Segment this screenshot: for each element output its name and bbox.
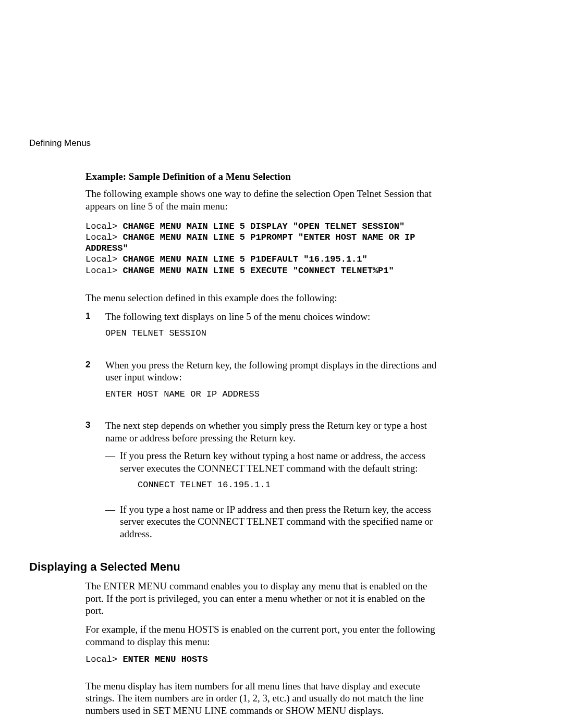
code-block: Local> CHANGE MENU MAIN LINE 5 DISPLAY "… [85, 221, 445, 276]
step-number: 1 [85, 311, 105, 353]
paragraph: For example, if the menu HOSTS is enable… [85, 623, 445, 648]
paragraph: The ENTER MENU command enables you to di… [85, 580, 445, 617]
list-item: — If you type a host name or IP address … [105, 503, 445, 540]
cmd-line-3: CHANGE MENU MAIN LINE 5 P1DEFAULT "16.19… [123, 254, 367, 264]
prompt: Local> [85, 232, 117, 242]
cmd-line-1: CHANGE MENU MAIN LINE 5 DISPLAY "OPEN TE… [123, 221, 405, 231]
running-header: Defining Menus [29, 138, 445, 149]
bullet-icon: — [105, 450, 120, 498]
cmd-enter-menu: ENTER MENU HOSTS [123, 655, 207, 664]
step-number: 3 [85, 419, 105, 546]
list-item: 1 The following text displays on line 5 … [85, 311, 445, 353]
prompt: Local> [85, 254, 117, 264]
section-heading: Displaying a Selected Menu [29, 560, 445, 574]
bullet-text: If you press the Return key without typi… [120, 450, 445, 475]
bullet-list: — If you press the Return key without ty… [105, 450, 445, 540]
ordered-list: 1 The following text displays on line 5 … [85, 311, 445, 546]
prompt: Local> [85, 655, 117, 664]
list-item: 3 The next step depends on whether you s… [85, 419, 445, 546]
mono-output: OPEN TELNET SESSION [105, 328, 445, 339]
cmd-line-4: CHANGE MENU MAIN LINE 5 EXECUTE "CONNECT… [123, 266, 394, 276]
step-text: When you press the Return key, the follo… [105, 359, 445, 384]
list-item: 2 When you press the Return key, the fol… [85, 359, 445, 414]
cmd-line-2: CHANGE MENU MAIN LINE 5 P1PROMPT "ENTER … [85, 232, 421, 253]
code-line: Local> ENTER MENU HOSTS [85, 655, 445, 664]
prompt: Local> [85, 221, 117, 231]
menu-selection-intro: The menu selection defined in this examp… [85, 292, 445, 304]
example-heading: Example: Sample Definition of a Menu Sel… [85, 171, 445, 182]
paragraph: The menu display has item numbers for al… [85, 680, 445, 717]
mono-output: ENTER HOST NAME OR IP ADDRESS [105, 389, 445, 400]
step-text: The next step depends on whether you sim… [105, 419, 445, 445]
prompt: Local> [85, 266, 117, 276]
list-item: — If you press the Return key without ty… [105, 450, 445, 498]
step-number: 2 [85, 359, 105, 414]
example-intro: The following example shows one way to d… [85, 188, 445, 213]
bullet-icon: — [105, 503, 120, 540]
mono-output: CONNECT TELNET 16.195.1.1 [138, 479, 445, 490]
step-text: The following text displays on line 5 of… [105, 311, 445, 323]
bullet-text: If you type a host name or IP address an… [120, 503, 445, 540]
